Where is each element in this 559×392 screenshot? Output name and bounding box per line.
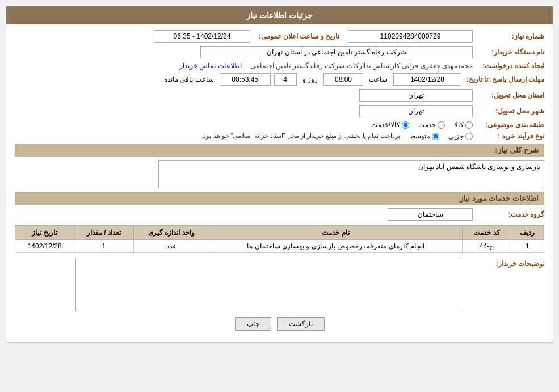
deadline-date: 1402/12/28 [393, 73, 461, 86]
contact-link[interactable]: اطلاعات تماس خریدار [179, 62, 242, 70]
radio-service[interactable]: خدمت [418, 121, 445, 129]
buyer-name-value: شرکت رفاه گستر تامین اجتماعی در استان ته… [200, 46, 473, 58]
buyer-notes-textarea[interactable] [75, 258, 461, 311]
deadline-remaining: 00:53:45 [220, 73, 271, 86]
city-label: شهر محل تحویل: [476, 107, 544, 115]
col-code: کد خدمت [463, 226, 511, 240]
process-label: نوع فرآیند خرید : [476, 132, 544, 140]
col-unit: واحد اندازه گیری [133, 226, 209, 240]
deadline-remaining-label: ساعت باقی مانده [164, 75, 214, 83]
services-table-container: ردیف کد خدمت نام خدمت واحد اندازه گیری ت… [15, 225, 544, 253]
bottom-buttons: بازگشت چاپ [15, 317, 544, 331]
creator-label: ایجاد کننده درخواست: [476, 62, 544, 70]
description-textarea[interactable] [158, 160, 544, 188]
date-label: تاریخ و ساعت اعلان عمومی: [254, 32, 344, 40]
deadline-time-label: ساعت [369, 75, 388, 83]
services-section-label: اطلاعات خدمات مورد نیاز [15, 192, 544, 205]
buyer-name-label: نام دستگاه خریدار: [476, 48, 544, 56]
radio-goods[interactable]: کالا [454, 121, 473, 129]
table-row: 1ج-44انجام کارهای متفرقه درخصوص بازسازی … [15, 240, 544, 253]
print-button[interactable]: چاپ [235, 317, 271, 331]
need-number-label: شماره نیاز: [476, 32, 544, 40]
need-number-value: 1102094284000729 [348, 30, 473, 43]
process-note: پرداخت تمام یا بخشی از مبلغ خریدار از مح… [201, 132, 400, 140]
deadline-days-label: روز و [302, 75, 318, 83]
page-header: جزئیات اطلاعات نیاز [6, 6, 553, 24]
date-value: 1402/12/24 - 06:35 [154, 30, 250, 43]
creator-value: محمدمهدی جعفری فرانی کارشناس تداارکات شر… [250, 62, 473, 70]
col-row: ردیف [511, 226, 544, 240]
services-table: ردیف کد خدمت نام خدمت واحد اندازه گیری ت… [15, 225, 544, 253]
radio-medium[interactable]: متوسط [409, 132, 439, 140]
col-service-name: نام خدمت [209, 226, 463, 240]
back-button[interactable]: بازگشت [277, 317, 325, 331]
deadline-time: 08:00 [323, 73, 363, 86]
province-label: استان محل تحویل: [476, 91, 544, 99]
description-section-label: شرح کلی نیاز: [15, 144, 544, 157]
page-title: جزئیات اطلاعات نیاز [246, 11, 313, 20]
deadline-days: 4 [274, 73, 297, 86]
col-qty: تعداد / مقدار [74, 226, 133, 240]
category-label: طبقه بندی موضوعی: [476, 121, 544, 129]
col-date: تاریخ نیاز [15, 226, 74, 240]
radio-partial[interactable]: جزیی [448, 132, 473, 140]
buyer-notes-label: توضیحات خریدار: [465, 258, 544, 268]
province-value: تهران [359, 89, 473, 102]
service-group-label: گروه خدمت: [476, 210, 544, 218]
service-group-value: ساختمان [388, 208, 473, 221]
city-value: تهران [359, 105, 473, 117]
deadline-label: مهلت ارسال پاسخ: تا تاریخ: [465, 75, 544, 83]
radio-goods-service[interactable]: کالا/خدمت [371, 121, 409, 129]
